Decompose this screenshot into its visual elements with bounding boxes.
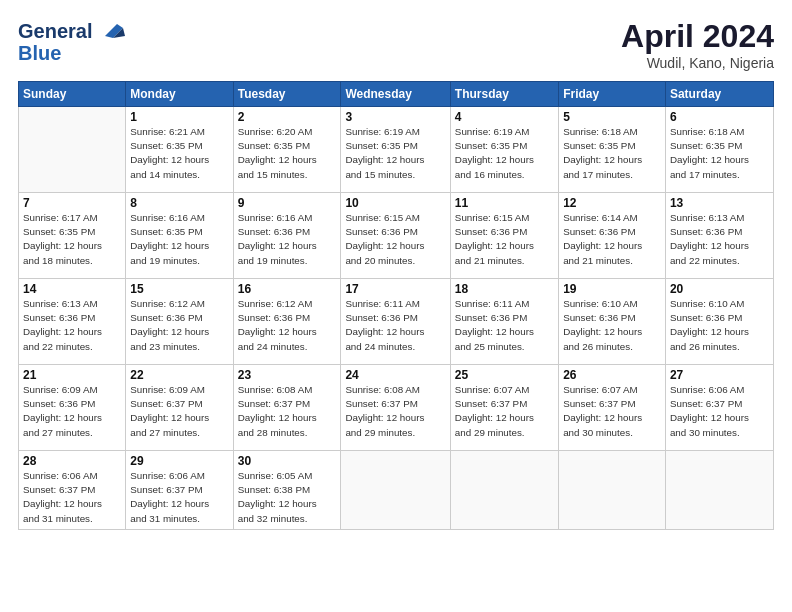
day-number: 5 (563, 110, 661, 124)
day-number: 24 (345, 368, 445, 382)
day-number: 4 (455, 110, 554, 124)
day-info: Sunrise: 6:05 AMSunset: 6:38 PMDaylight:… (238, 469, 337, 526)
day-info: Sunrise: 6:09 AMSunset: 6:36 PMDaylight:… (23, 383, 121, 440)
table-row: 27Sunrise: 6:06 AMSunset: 6:37 PMDayligh… (665, 365, 773, 451)
table-row: 15Sunrise: 6:12 AMSunset: 6:36 PMDayligh… (126, 279, 233, 365)
table-row: 2Sunrise: 6:20 AMSunset: 6:35 PMDaylight… (233, 107, 341, 193)
day-number: 7 (23, 196, 121, 210)
day-number: 15 (130, 282, 228, 296)
logo-bird-icon (95, 18, 125, 44)
day-number: 10 (345, 196, 445, 210)
day-number: 9 (238, 196, 337, 210)
table-row (341, 451, 450, 530)
table-row: 5Sunrise: 6:18 AMSunset: 6:35 PMDaylight… (559, 107, 666, 193)
table-row: 13Sunrise: 6:13 AMSunset: 6:36 PMDayligh… (665, 193, 773, 279)
day-number: 18 (455, 282, 554, 296)
day-info: Sunrise: 6:20 AMSunset: 6:35 PMDaylight:… (238, 125, 337, 182)
day-info: Sunrise: 6:06 AMSunset: 6:37 PMDaylight:… (670, 383, 769, 440)
day-info: Sunrise: 6:10 AMSunset: 6:36 PMDaylight:… (563, 297, 661, 354)
day-number: 30 (238, 454, 337, 468)
day-info: Sunrise: 6:13 AMSunset: 6:36 PMDaylight:… (670, 211, 769, 268)
day-info: Sunrise: 6:08 AMSunset: 6:37 PMDaylight:… (238, 383, 337, 440)
day-number: 21 (23, 368, 121, 382)
day-number: 8 (130, 196, 228, 210)
day-number: 19 (563, 282, 661, 296)
table-row: 14Sunrise: 6:13 AMSunset: 6:36 PMDayligh… (19, 279, 126, 365)
day-info: Sunrise: 6:19 AMSunset: 6:35 PMDaylight:… (345, 125, 445, 182)
table-row: 29Sunrise: 6:06 AMSunset: 6:37 PMDayligh… (126, 451, 233, 530)
day-number: 17 (345, 282, 445, 296)
table-row (19, 107, 126, 193)
table-row: 23Sunrise: 6:08 AMSunset: 6:37 PMDayligh… (233, 365, 341, 451)
day-number: 12 (563, 196, 661, 210)
page: General Blue April 2024 Wudil, Kano, Nig… (0, 0, 792, 612)
header: General Blue April 2024 Wudil, Kano, Nig… (18, 18, 774, 71)
day-number: 23 (238, 368, 337, 382)
calendar-table: Sunday Monday Tuesday Wednesday Thursday… (18, 81, 774, 530)
day-info: Sunrise: 6:07 AMSunset: 6:37 PMDaylight:… (563, 383, 661, 440)
table-row: 16Sunrise: 6:12 AMSunset: 6:36 PMDayligh… (233, 279, 341, 365)
table-row: 25Sunrise: 6:07 AMSunset: 6:37 PMDayligh… (450, 365, 558, 451)
day-number: 2 (238, 110, 337, 124)
table-row: 26Sunrise: 6:07 AMSunset: 6:37 PMDayligh… (559, 365, 666, 451)
day-number: 3 (345, 110, 445, 124)
day-number: 6 (670, 110, 769, 124)
table-row: 1Sunrise: 6:21 AMSunset: 6:35 PMDaylight… (126, 107, 233, 193)
day-info: Sunrise: 6:21 AMSunset: 6:35 PMDaylight:… (130, 125, 228, 182)
col-tuesday: Tuesday (233, 82, 341, 107)
day-info: Sunrise: 6:07 AMSunset: 6:37 PMDaylight:… (455, 383, 554, 440)
day-info: Sunrise: 6:15 AMSunset: 6:36 PMDaylight:… (455, 211, 554, 268)
table-row: 21Sunrise: 6:09 AMSunset: 6:36 PMDayligh… (19, 365, 126, 451)
col-wednesday: Wednesday (341, 82, 450, 107)
day-number: 20 (670, 282, 769, 296)
header-row: Sunday Monday Tuesday Wednesday Thursday… (19, 82, 774, 107)
table-row: 3Sunrise: 6:19 AMSunset: 6:35 PMDaylight… (341, 107, 450, 193)
table-row: 18Sunrise: 6:11 AMSunset: 6:36 PMDayligh… (450, 279, 558, 365)
table-row: 9Sunrise: 6:16 AMSunset: 6:36 PMDaylight… (233, 193, 341, 279)
table-row: 6Sunrise: 6:18 AMSunset: 6:35 PMDaylight… (665, 107, 773, 193)
day-number: 27 (670, 368, 769, 382)
logo: General Blue (18, 18, 125, 64)
day-info: Sunrise: 6:11 AMSunset: 6:36 PMDaylight:… (455, 297, 554, 354)
table-row: 8Sunrise: 6:16 AMSunset: 6:35 PMDaylight… (126, 193, 233, 279)
day-info: Sunrise: 6:17 AMSunset: 6:35 PMDaylight:… (23, 211, 121, 268)
day-number: 1 (130, 110, 228, 124)
day-number: 28 (23, 454, 121, 468)
table-row (559, 451, 666, 530)
day-info: Sunrise: 6:11 AMSunset: 6:36 PMDaylight:… (345, 297, 445, 354)
day-number: 26 (563, 368, 661, 382)
table-row: 10Sunrise: 6:15 AMSunset: 6:36 PMDayligh… (341, 193, 450, 279)
day-info: Sunrise: 6:15 AMSunset: 6:36 PMDaylight:… (345, 211, 445, 268)
table-row: 22Sunrise: 6:09 AMSunset: 6:37 PMDayligh… (126, 365, 233, 451)
day-number: 22 (130, 368, 228, 382)
table-row: 20Sunrise: 6:10 AMSunset: 6:36 PMDayligh… (665, 279, 773, 365)
month-title: April 2024 (621, 18, 774, 55)
table-row: 24Sunrise: 6:08 AMSunset: 6:37 PMDayligh… (341, 365, 450, 451)
location: Wudil, Kano, Nigeria (621, 55, 774, 71)
table-row: 28Sunrise: 6:06 AMSunset: 6:37 PMDayligh… (19, 451, 126, 530)
col-friday: Friday (559, 82, 666, 107)
table-row: 11Sunrise: 6:15 AMSunset: 6:36 PMDayligh… (450, 193, 558, 279)
day-info: Sunrise: 6:09 AMSunset: 6:37 PMDaylight:… (130, 383, 228, 440)
day-number: 16 (238, 282, 337, 296)
title-area: April 2024 Wudil, Kano, Nigeria (621, 18, 774, 71)
day-info: Sunrise: 6:16 AMSunset: 6:36 PMDaylight:… (238, 211, 337, 268)
day-number: 29 (130, 454, 228, 468)
day-info: Sunrise: 6:16 AMSunset: 6:35 PMDaylight:… (130, 211, 228, 268)
table-row: 7Sunrise: 6:17 AMSunset: 6:35 PMDaylight… (19, 193, 126, 279)
col-thursday: Thursday (450, 82, 558, 107)
day-info: Sunrise: 6:19 AMSunset: 6:35 PMDaylight:… (455, 125, 554, 182)
day-info: Sunrise: 6:18 AMSunset: 6:35 PMDaylight:… (563, 125, 661, 182)
table-row: 12Sunrise: 6:14 AMSunset: 6:36 PMDayligh… (559, 193, 666, 279)
col-monday: Monday (126, 82, 233, 107)
table-row: 30Sunrise: 6:05 AMSunset: 6:38 PMDayligh… (233, 451, 341, 530)
day-info: Sunrise: 6:10 AMSunset: 6:36 PMDaylight:… (670, 297, 769, 354)
day-info: Sunrise: 6:06 AMSunset: 6:37 PMDaylight:… (130, 469, 228, 526)
day-info: Sunrise: 6:13 AMSunset: 6:36 PMDaylight:… (23, 297, 121, 354)
logo-text-general: General (18, 20, 92, 42)
col-saturday: Saturday (665, 82, 773, 107)
day-info: Sunrise: 6:18 AMSunset: 6:35 PMDaylight:… (670, 125, 769, 182)
table-row (665, 451, 773, 530)
day-info: Sunrise: 6:08 AMSunset: 6:37 PMDaylight:… (345, 383, 445, 440)
day-info: Sunrise: 6:12 AMSunset: 6:36 PMDaylight:… (130, 297, 228, 354)
